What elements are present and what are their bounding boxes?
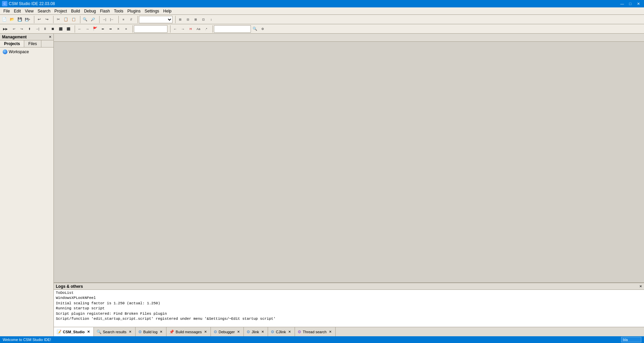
- tb-sep7: [174, 16, 176, 23]
- tb-config-dropdown[interactable]: [139, 16, 173, 23]
- menu-build[interactable]: Build: [69, 8, 82, 14]
- bottom-panel-header: Logs & others ✕: [54, 283, 644, 290]
- tb-nav-fwd[interactable]: →: [84, 25, 91, 33]
- tb-bm-next[interactable]: ➡: [107, 25, 114, 33]
- tb-sep9: [131, 25, 133, 33]
- menu-flash[interactable]: Flash: [98, 8, 112, 14]
- menu-tools[interactable]: Tools: [112, 8, 125, 14]
- tb-uncomment[interactable]: //: [127, 16, 135, 23]
- tab-cjlink-icon: ⚙: [271, 330, 274, 334]
- tb-find-search[interactable]: 🔍: [251, 25, 259, 33]
- tb-run-to[interactable]: →|: [34, 25, 41, 33]
- tab-thread-search[interactable]: ⚙ Thread search ✕: [295, 327, 336, 337]
- tb-search-back[interactable]: ←: [172, 25, 179, 33]
- tab-thread-close[interactable]: ✕: [328, 330, 333, 334]
- menu-plugins[interactable]: Plugins: [125, 8, 143, 14]
- tb-nav-back[interactable]: ←: [76, 25, 83, 33]
- menu-help[interactable]: Help: [161, 8, 174, 14]
- logs-close[interactable]: ✕: [639, 284, 642, 288]
- maximize-button[interactable]: □: [627, 0, 634, 7]
- tb-find-options[interactable]: ⚙: [259, 25, 266, 33]
- tb-b5[interactable]: ↕: [207, 16, 215, 23]
- tb-regex[interactable]: .*: [202, 25, 210, 33]
- toolbar2: ▶▶ ↩ ↪ ⬆ →| ⏸ ⏹ ⬛ ⬛ ← → 🚩 ⬅ ➡ ✕ ≡ ← → H …: [0, 24, 644, 34]
- tab-csm-studio[interactable]: 📝 CSM_Studio ✕: [54, 327, 94, 337]
- tab-debugger-close[interactable]: ✕: [236, 330, 241, 334]
- tb-step-out[interactable]: ⬆: [26, 25, 33, 33]
- tab-jlink[interactable]: ⚙ Jlink ✕: [244, 327, 268, 337]
- tb-save[interactable]: 💾: [16, 16, 24, 23]
- tb-run[interactable]: ▶▶: [1, 25, 10, 33]
- tab-build-messages-close[interactable]: ✕: [203, 330, 208, 334]
- tb-bm-prev[interactable]: ⬅: [99, 25, 107, 33]
- tab-build-log-close[interactable]: ✕: [159, 330, 163, 334]
- mgmt-tab-files[interactable]: Files: [24, 40, 41, 47]
- tb-cut[interactable]: ✂: [54, 16, 62, 23]
- tab-csm-studio-label: CSM_Studio: [63, 330, 85, 334]
- tb-outdent[interactable]: |←: [108, 16, 116, 23]
- menu-edit[interactable]: Edit: [12, 8, 23, 14]
- tb-bm-list[interactable]: ≡: [122, 25, 130, 33]
- minimize-button[interactable]: —: [618, 0, 626, 7]
- menu-search[interactable]: Search: [36, 8, 52, 14]
- tb-dbg2[interactable]: ⬛: [65, 25, 72, 33]
- tb-highlight[interactable]: H: [187, 25, 194, 33]
- tab-jlink-close[interactable]: ✕: [260, 330, 265, 334]
- tb-zoomin[interactable]: 🔍: [81, 16, 89, 23]
- tb-copy[interactable]: 📋: [62, 16, 70, 23]
- tb-search-fwd[interactable]: →: [179, 25, 187, 33]
- tb-zoomout[interactable]: 🔎: [89, 16, 97, 23]
- mgmt-tab-projects[interactable]: Projects: [0, 40, 24, 47]
- tb-redo[interactable]: ↪: [43, 16, 50, 23]
- management-content: Workspace: [0, 47, 53, 336]
- tb-saveall[interactable]: 💾+: [24, 16, 31, 23]
- tab-build-log-icon: ⚙: [138, 330, 142, 334]
- tb-b4[interactable]: ⊡: [200, 16, 207, 23]
- tab-build-messages-label: Build messages: [176, 330, 202, 334]
- tab-csm-studio-close[interactable]: ✕: [86, 330, 91, 334]
- workspace-item[interactable]: Workspace: [1, 49, 52, 55]
- tab-build-messages[interactable]: 📌 Build messages ✕: [166, 327, 211, 337]
- log-line-0: ToDoList: [56, 290, 642, 296]
- tb-b2[interactable]: ⊟: [184, 16, 192, 23]
- tab-search-results[interactable]: 🔍 Search results ✕: [94, 327, 136, 337]
- workspace-label: Workspace: [9, 49, 29, 54]
- tb-sep2: [51, 16, 53, 23]
- menu-view[interactable]: View: [23, 8, 36, 14]
- tab-debugger-icon: ⚙: [214, 330, 217, 334]
- tb-pause[interactable]: ⏸: [41, 25, 49, 33]
- tb-bookmark[interactable]: 🚩: [91, 25, 99, 33]
- status-input[interactable]: [621, 337, 641, 342]
- menu-project[interactable]: Project: [52, 8, 69, 14]
- tab-cjlink-close[interactable]: ✕: [287, 330, 292, 334]
- tb-step-into[interactable]: ↩: [10, 25, 18, 33]
- tb-step-over[interactable]: ↪: [18, 25, 26, 33]
- tb-indent[interactable]: →|: [101, 16, 108, 23]
- app-icon: C: [2, 1, 7, 6]
- tb-open[interactable]: 📂: [8, 16, 16, 23]
- tb-find-input[interactable]: [214, 25, 251, 33]
- tb-case[interactable]: Aa: [195, 25, 202, 33]
- tb-dbg1[interactable]: ⬛: [57, 25, 64, 33]
- management-close[interactable]: ✕: [49, 35, 51, 39]
- tb-bm-clear[interactable]: ✕: [115, 25, 122, 33]
- tab-search-close[interactable]: ✕: [128, 330, 132, 334]
- log-line-4: Script plugin registered: Find Broken Fi…: [56, 311, 642, 316]
- tb-new[interactable]: 📄: [1, 16, 8, 23]
- menu-file[interactable]: File: [1, 8, 12, 14]
- tb-comment[interactable]: ≡: [120, 16, 127, 23]
- tb-b3[interactable]: ⊠: [192, 16, 199, 23]
- tb-undo[interactable]: ↩: [35, 16, 43, 23]
- bottom-panel: Logs & others ✕ ToDoList WindowsXPLookNF…: [54, 282, 644, 336]
- menu-settings[interactable]: Settings: [143, 8, 161, 14]
- tab-debugger[interactable]: ⚙ Debugger ✕: [211, 327, 244, 337]
- close-button[interactable]: ✕: [635, 0, 642, 7]
- tab-build-log[interactable]: ⚙ Build log ✕: [136, 327, 166, 337]
- tb-stop[interactable]: ⏹: [49, 25, 56, 33]
- menu-debug[interactable]: Debug: [82, 8, 98, 14]
- tb-paste[interactable]: 📋: [70, 16, 77, 23]
- tab-csm-studio-icon: 📝: [56, 330, 62, 334]
- tb-b1[interactable]: ⊞: [177, 16, 184, 23]
- tab-cjlink[interactable]: ⚙ CJlink ✕: [268, 327, 295, 337]
- tb-search-input[interactable]: [134, 25, 167, 33]
